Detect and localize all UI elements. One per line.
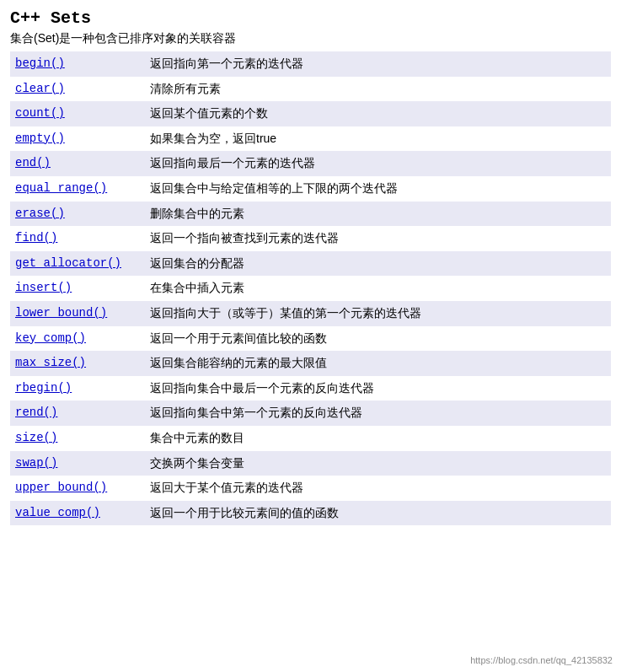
method-name[interactable]: equal_range() — [10, 176, 145, 202]
table-row: rbegin()返回指向集合中最后一个元素的反向迭代器 — [10, 376, 611, 401]
table-row: end()返回指向最后一个元素的迭代器 — [10, 151, 611, 176]
table-row: equal_range()返回集合中与给定值相等的上下限的两个迭代器 — [10, 176, 611, 202]
watermark: https://blog.csdn.net/qq_42135832 — [470, 655, 613, 665]
table-row: erase()删除集合中的元素 — [10, 202, 611, 227]
method-desc: 如果集合为空，返回true — [145, 126, 611, 152]
method-name[interactable]: insert() — [10, 276, 145, 301]
method-desc: 返回一个用于元素间值比较的函数 — [145, 326, 611, 352]
method-name[interactable]: swap() — [10, 451, 145, 476]
method-desc: 返回集合能容纳的元素的最大限值 — [145, 351, 611, 376]
method-name[interactable]: max_size() — [10, 351, 145, 376]
method-name[interactable]: find() — [10, 226, 145, 251]
methods-table: begin()返回指向第一个元素的迭代器clear()清除所有元素count()… — [10, 51, 611, 525]
table-row: upper_bound()返回大于某个值元素的迭代器 — [10, 476, 611, 501]
method-name[interactable]: get_allocator() — [10, 251, 145, 277]
method-desc: 返回集合的分配器 — [145, 251, 611, 277]
method-desc: 返回某个值元素的个数 — [145, 101, 611, 126]
table-row: count()返回某个值元素的个数 — [10, 101, 611, 126]
method-desc: 清除所有元素 — [145, 77, 611, 102]
subtitle: 集合(Set)是一种包含已排序对象的关联容器 — [10, 31, 611, 46]
method-name[interactable]: erase() — [10, 202, 145, 227]
method-desc: 在集合中插入元素 — [145, 276, 611, 301]
table-row: value_comp()返回一个用于比较元素间的值的函数 — [10, 501, 611, 526]
method-name[interactable]: begin() — [10, 51, 145, 77]
method-desc: 删除集合中的元素 — [145, 202, 611, 227]
table-row: lower_bound()返回指向大于（或等于）某值的第一个元素的迭代器 — [10, 301, 611, 326]
method-desc: 交换两个集合变量 — [145, 451, 611, 476]
table-row: get_allocator()返回集合的分配器 — [10, 251, 611, 277]
method-desc: 返回指向第一个元素的迭代器 — [145, 51, 611, 77]
table-row: insert()在集合中插入元素 — [10, 276, 611, 301]
method-name[interactable]: empty() — [10, 126, 145, 152]
table-row: empty()如果集合为空，返回true — [10, 126, 611, 152]
table-row: begin()返回指向第一个元素的迭代器 — [10, 51, 611, 77]
method-desc: 返回指向集合中最后一个元素的反向迭代器 — [145, 376, 611, 401]
table-row: max_size()返回集合能容纳的元素的最大限值 — [10, 351, 611, 376]
method-desc: 集合中元素的数目 — [145, 426, 611, 451]
table-row: rend()返回指向集合中第一个元素的反向迭代器 — [10, 401, 611, 426]
method-name[interactable]: rend() — [10, 401, 145, 426]
method-desc: 返回指向集合中第一个元素的反向迭代器 — [145, 401, 611, 426]
table-row: find()返回一个指向被查找到元素的迭代器 — [10, 226, 611, 251]
method-desc: 返回指向大于（或等于）某值的第一个元素的迭代器 — [145, 301, 611, 326]
method-desc: 返回指向最后一个元素的迭代器 — [145, 151, 611, 176]
method-name[interactable]: value_comp() — [10, 501, 145, 526]
method-name[interactable]: rbegin() — [10, 376, 145, 401]
method-name[interactable]: lower_bound() — [10, 301, 145, 326]
method-desc: 返回大于某个值元素的迭代器 — [145, 476, 611, 501]
page-title: C++ Sets — [10, 8, 611, 28]
method-name[interactable]: end() — [10, 151, 145, 176]
method-desc: 返回一个用于比较元素间的值的函数 — [145, 501, 611, 526]
table-row: size()集合中元素的数目 — [10, 426, 611, 451]
method-name[interactable]: count() — [10, 101, 145, 126]
method-name[interactable]: upper_bound() — [10, 476, 145, 501]
method-desc: 返回集合中与给定值相等的上下限的两个迭代器 — [145, 176, 611, 202]
method-name[interactable]: size() — [10, 426, 145, 451]
method-name[interactable]: key_comp() — [10, 326, 145, 352]
table-row: swap()交换两个集合变量 — [10, 451, 611, 476]
method-name[interactable]: clear() — [10, 77, 145, 102]
table-row: key_comp()返回一个用于元素间值比较的函数 — [10, 326, 611, 352]
table-row: clear()清除所有元素 — [10, 77, 611, 102]
method-desc: 返回一个指向被查找到元素的迭代器 — [145, 226, 611, 251]
